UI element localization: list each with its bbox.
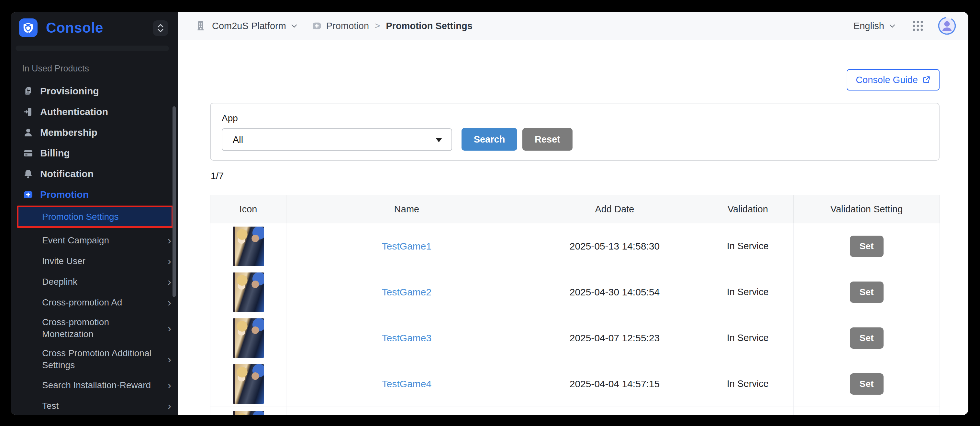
- add-date-cell: 2025-04-07 12:55:23: [527, 315, 702, 361]
- sidebar-item-label: Provisioning: [40, 86, 99, 97]
- name-cell: TestGame3: [286, 315, 527, 361]
- console-guide-button[interactable]: Console Guide: [847, 69, 940, 90]
- add-date-cell: 2025-04-04 14:57:15: [527, 361, 702, 407]
- console-guide-label: Console Guide: [856, 74, 918, 86]
- search-button[interactable]: Search: [461, 128, 517, 150]
- person-icon: [23, 127, 33, 138]
- validation-setting-cell: Set: [794, 361, 940, 407]
- chevron-down-icon: [889, 24, 895, 28]
- console-shield-icon: [19, 18, 38, 37]
- sidebar-item-label: Notification: [40, 168, 94, 179]
- content-column: Com2uS Platform Promotion: [178, 12, 968, 415]
- validation-cell: In Service: [702, 269, 794, 315]
- sidebar-subitem[interactable]: Test ›: [11, 395, 178, 415]
- column-header-validation: Validation: [702, 195, 794, 223]
- sidebar-item-authentication[interactable]: Authentication: [11, 101, 178, 122]
- table-row: TestGame4 2025-04-04 14:57:15 In Service: [210, 361, 940, 407]
- sidebar-subitem[interactable]: Cross-promotion Monetization ›: [11, 312, 178, 344]
- sidebar-section-label: In Used Products: [22, 64, 89, 74]
- sidebar-item-billing[interactable]: Billing: [11, 143, 178, 163]
- chevron-right-icon: ›: [168, 323, 173, 333]
- sidebar-subitem[interactable]: Deeplink ›: [11, 271, 178, 292]
- promotion-product-icon: [312, 21, 322, 31]
- validation-cell: In Service: [702, 315, 794, 361]
- sidebar: Console In Used Products: [11, 12, 178, 415]
- column-header-add-date: Add Date: [527, 195, 702, 223]
- page-indicator: 1/7: [211, 171, 224, 181]
- sidebar-subitem-label: Deeplink: [42, 276, 77, 288]
- sidebar-subitem[interactable]: Invite User ›: [11, 250, 178, 271]
- workspace-selector[interactable]: Com2uS Platform: [212, 21, 286, 32]
- icon-cell: [210, 315, 286, 361]
- language-selector[interactable]: English: [853, 21, 884, 32]
- table-row: TestGame3 2025-04-07 12:55:23 In Service: [210, 315, 940, 361]
- game-icon-image: [233, 318, 264, 358]
- set-button[interactable]: Set: [850, 282, 883, 303]
- column-header-icon: Icon: [210, 195, 286, 223]
- sidebar-subitem[interactable]: Event Campaign ›: [11, 230, 178, 250]
- sidebar-subitem-label: Event Campaign: [42, 234, 109, 246]
- sidebar-collapse-button[interactable]: [153, 21, 168, 36]
- add-date-value: 2025-04-04 14:57:15: [570, 378, 660, 390]
- breadcrumb-current-page: Promotion Settings: [386, 21, 472, 32]
- name-cell: TestGame1: [286, 223, 527, 269]
- game-name-link[interactable]: TestGame1: [382, 241, 431, 252]
- select-caret-icon: [436, 138, 442, 142]
- topbar: Com2uS Platform Promotion: [178, 12, 968, 40]
- validation-status: In Service: [727, 378, 768, 389]
- sidebar-subitem-label: Promotion Settings: [42, 211, 119, 223]
- screenshot-stage: Console In Used Products: [0, 0, 980, 426]
- game-name-link[interactable]: TestGame3: [382, 333, 431, 344]
- sidebar-item-membership[interactable]: Membership: [11, 122, 178, 143]
- reset-button[interactable]: Reset: [522, 128, 573, 150]
- sidebar-subitem[interactable]: Promotion Settings ›: [17, 206, 173, 228]
- login-icon: [23, 106, 33, 117]
- validation-setting-cell: [794, 407, 940, 415]
- user-avatar[interactable]: [938, 17, 956, 35]
- breadcrumb-product[interactable]: Promotion: [326, 21, 369, 32]
- validation-setting-cell: Set: [794, 315, 940, 361]
- sidebar-subitem-label: Search Installation·Reward: [42, 379, 151, 391]
- validation-status: In Service: [727, 287, 768, 297]
- main-content: Console Guide App All: [178, 40, 968, 415]
- validation-cell: In Service: [702, 361, 794, 407]
- app-grid-icon[interactable]: [912, 20, 924, 32]
- set-button[interactable]: Set: [850, 328, 883, 349]
- sidebar-subitem[interactable]: Search Installation·Reward ›: [11, 375, 178, 395]
- app-title: Console: [46, 20, 103, 36]
- table-header-row: Icon Name Add Date Validation Validation…: [210, 195, 940, 223]
- promotion-table: Icon Name Add Date Validation Validation…: [210, 195, 940, 415]
- sidebar-item-label: Promotion: [40, 189, 89, 200]
- add-date-cell: 2025-05-13 14:58:30: [527, 223, 702, 269]
- app-select[interactable]: All: [222, 128, 452, 151]
- sidebar-subitem[interactable]: Cross-promotion Ad ›: [11, 292, 178, 312]
- breadcrumb: Com2uS Platform Promotion: [196, 21, 473, 32]
- add-date-value: 2025-04-30 14:05:54: [570, 287, 660, 298]
- validation-setting-cell: Set: [794, 269, 940, 315]
- chevron-right-icon: ›: [168, 354, 173, 364]
- game-name-link[interactable]: TestGame2: [382, 287, 431, 298]
- game-name-link[interactable]: TestGame4: [382, 378, 431, 390]
- validation-cell: In Service: [702, 223, 794, 269]
- bell-icon: [23, 168, 33, 179]
- chevron-right-icon: ›: [168, 401, 173, 410]
- credit-card-icon: [23, 148, 33, 159]
- sidebar-item-provisioning[interactable]: Provisioning: [11, 81, 178, 101]
- sidebar-item-notification[interactable]: Notification: [11, 163, 178, 184]
- validation-status: In Service: [727, 241, 768, 252]
- set-button[interactable]: Set: [850, 373, 883, 394]
- sidebar-subitem-label: Cross-promotion Monetization: [42, 316, 159, 340]
- game-icon-image: [233, 364, 264, 404]
- game-icon-image: [233, 272, 264, 312]
- chevron-down-icon: [291, 24, 297, 28]
- chevron-right-icon: ›: [168, 297, 173, 307]
- clipboard-icon: [23, 86, 33, 97]
- sidebar-subitem-label: Test: [42, 400, 59, 412]
- sidebar-item-promotion[interactable]: Promotion: [11, 184, 178, 205]
- sidebar-subitem[interactable]: Cross Promotion Additional Settings ›: [11, 344, 178, 375]
- name-cell: TestGame4: [286, 361, 527, 407]
- sidebar-scrollbar-thumb[interactable]: [172, 106, 176, 297]
- set-button[interactable]: Set: [850, 236, 883, 257]
- breadcrumb-separator: >: [375, 21, 380, 31]
- app-select-value: All: [233, 135, 243, 145]
